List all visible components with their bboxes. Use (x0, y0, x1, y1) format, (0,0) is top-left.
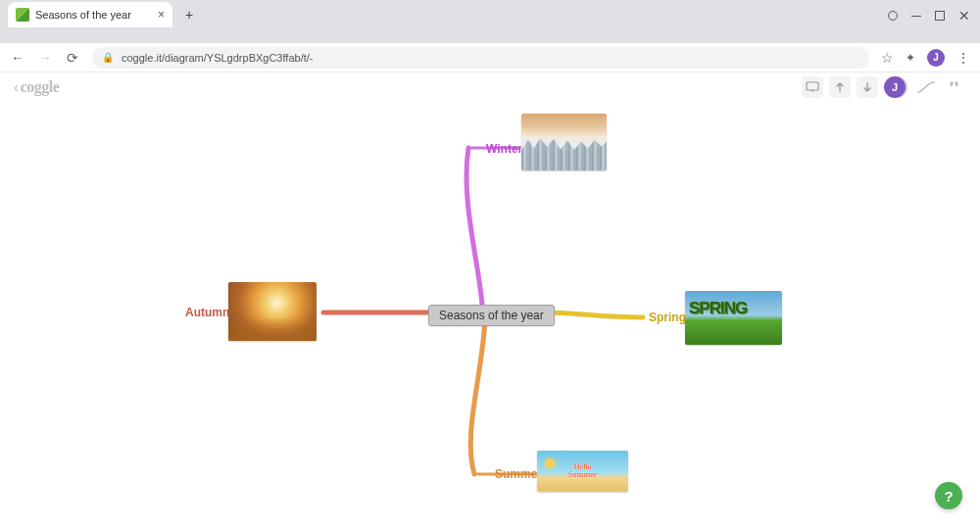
back-icon[interactable]: ← (10, 50, 25, 66)
node-label-spring[interactable]: Spring (649, 311, 686, 324)
center-node[interactable]: Seasons of the year (428, 305, 555, 326)
comments-icon[interactable]: ❜❜ (943, 76, 966, 98)
coggle-logo[interactable]: coggle (21, 78, 60, 96)
user-avatar[interactable]: J (884, 76, 906, 98)
branch-style-icon[interactable] (915, 76, 937, 98)
extensions-icon[interactable]: ✦ (906, 51, 915, 65)
reload-icon[interactable]: ⟳ (65, 50, 80, 66)
browser-avatar[interactable]: J (927, 49, 945, 67)
browser-chrome: Seasons of the year × + ✕ (0, 0, 980, 43)
node-image-spring[interactable]: SPRING (685, 291, 782, 345)
chrome-menu-icon[interactable]: ⋮ (956, 50, 970, 66)
node-label-winter[interactable]: Winter (486, 142, 522, 156)
coggle-favicon (16, 8, 29, 22)
forward-icon[interactable]: → (37, 50, 53, 66)
window-controls: ✕ (888, 8, 980, 27)
svg-rect-0 (807, 82, 818, 90)
new-tab-button[interactable]: + (178, 4, 200, 25)
tab-title: Seasons of the year (35, 9, 131, 21)
upload-icon[interactable] (829, 76, 851, 98)
help-button[interactable]: ? (935, 482, 962, 509)
close-tab-icon[interactable]: × (158, 8, 165, 22)
app-header: ‹ coggle J ❜❜ (0, 72, 980, 102)
tab-strip: Seasons of the year × + ✕ (0, 0, 980, 27)
present-icon[interactable] (802, 76, 823, 98)
browser-nav-bar: ← → ⟳ 🔒 coggle.it/diagram/YSLgdrpBXgC3ff… (0, 43, 980, 72)
minimize-icon[interactable] (911, 16, 921, 17)
node-label-autumn[interactable]: Autumn (185, 306, 229, 319)
node-image-winter[interactable] (521, 114, 607, 170)
node-label-summer[interactable]: Summer (495, 467, 542, 481)
url-bar[interactable]: 🔒 coggle.it/diagram/YSLgdrpBXgC3ffab/t/- (92, 47, 869, 69)
toolbar: J ❜❜ (802, 76, 966, 98)
browser-tab[interactable]: Seasons of the year × (8, 2, 172, 27)
mindmap-canvas[interactable]: Seasons of the year Winter Autumn Spring… (0, 102, 980, 527)
node-image-summer[interactable]: HelloSummer (537, 451, 628, 492)
lock-icon: 🔒 (102, 52, 114, 63)
close-window-icon[interactable]: ✕ (958, 8, 970, 24)
star-icon[interactable]: ☆ (881, 50, 894, 66)
back-chevron-icon[interactable]: ‹ (14, 79, 19, 95)
url-text: coggle.it/diagram/YSLgdrpBXgC3ffab/t/- (122, 52, 313, 64)
node-image-autumn[interactable] (228, 282, 317, 341)
download-icon[interactable] (857, 76, 878, 98)
account-dot-icon[interactable] (888, 11, 898, 21)
maximize-icon[interactable] (935, 11, 945, 21)
